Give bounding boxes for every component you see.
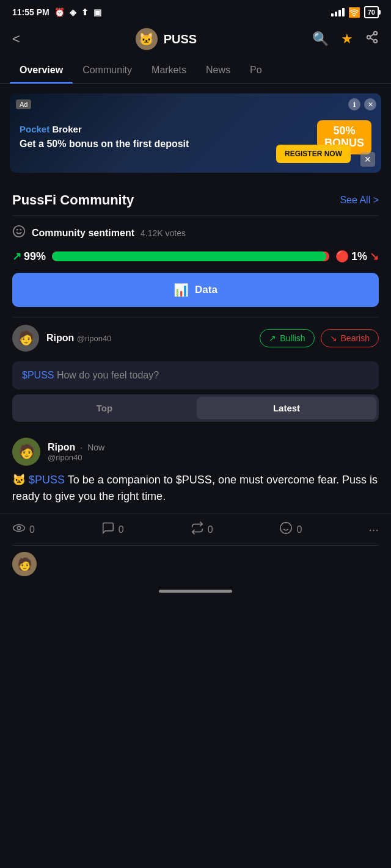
nav-tabs: Overview Community Markets News Po: [0, 57, 391, 84]
search-icon[interactable]: 🔍: [312, 31, 329, 47]
bullish-percentage: ↗ 99%: [12, 250, 46, 263]
bearish-icon: 🔴: [335, 250, 349, 263]
comments-action[interactable]: 0: [101, 521, 124, 538]
svg-point-8: [17, 526, 21, 530]
favorite-icon[interactable]: ★: [341, 31, 353, 47]
post-actions: ↗ Bullish ↘ Bearish: [260, 329, 379, 347]
post-author: Ripon · Now: [48, 442, 379, 453]
ad-text: Pocket Pocket BrokerBroker Get a 50% bon…: [20, 124, 310, 151]
ad-close-top-button[interactable]: ✕: [364, 98, 376, 110]
votes-count: 4.12K votes: [141, 228, 186, 238]
sentiment-bar-row: ↗ 99% 🔴 1% ↘: [0, 247, 391, 270]
svg-point-7: [13, 525, 24, 532]
post-input-right: Ripon @ripon40 ↗ Bullish ↘ Bearish: [46, 329, 379, 347]
ad-info-button[interactable]: ℹ: [348, 98, 360, 110]
post-header: 🧑 Ripon · Now @ripon40: [12, 438, 379, 466]
ad-close-button[interactable]: ✕: [360, 152, 375, 167]
post-username: Ripon: [46, 333, 74, 343]
reaction-icon: [279, 521, 293, 538]
coin-title: PUSS: [164, 32, 197, 46]
upload-icon: ⬆: [81, 7, 89, 17]
user-avatar: 🧑: [12, 325, 39, 352]
bullish-arrow-icon: ↗: [269, 333, 276, 343]
svg-line-4: [370, 34, 374, 37]
bullish-bar-fill: [52, 251, 326, 261]
reaction-action[interactable]: 0: [279, 521, 302, 538]
peek-avatar: 🧑: [12, 552, 37, 576]
tab-news[interactable]: News: [196, 57, 240, 83]
community-title: PussFi Community: [12, 192, 134, 208]
tab-po[interactable]: Po: [240, 57, 272, 83]
post-handle: @ripon40: [77, 334, 112, 343]
back-button[interactable]: <: [12, 31, 20, 47]
post-input-row: 🧑 Ripon @ripon40 ↗ Bullish ↘ Bearish: [0, 317, 391, 359]
bullish-button[interactable]: ↗ Bullish: [260, 329, 314, 347]
post-time: ·: [80, 443, 82, 452]
status-bar: 11:55 PM ⏰ ◈ ⬆ ▣ 🛜 70: [0, 0, 391, 22]
post-meta: Ripon · Now @ripon40: [48, 442, 379, 462]
bearish-arrow-icon: ↘: [330, 333, 337, 343]
status-time: 11:55 PM: [12, 7, 49, 17]
sentiment-progress-bar: [52, 251, 329, 261]
community-section-header: PussFi Community See All >: [0, 183, 391, 215]
top-tab[interactable]: Top: [15, 397, 194, 419]
bearish-button[interactable]: ↘ Bearish: [321, 329, 379, 347]
post-ticker-link[interactable]: $PUSS: [29, 474, 65, 486]
retweet-icon: [191, 521, 204, 538]
sort-toggle: Top Latest: [12, 394, 379, 422]
ad-register-button[interactable]: REGISTER NOW: [276, 145, 351, 163]
post-cat-emoji: 🐱: [12, 474, 26, 486]
post-body: 🐱 $PUSS To be a companion to $PUSS, one …: [12, 472, 379, 505]
ticker-mention: $PUSS: [22, 370, 54, 380]
chart-icon: 📊: [174, 283, 189, 297]
bearish-percentage: 🔴 1% ↘: [335, 250, 379, 263]
nfc-icon: ◈: [70, 7, 76, 17]
ad-banner: Ad ℹ ✕ Pocket Pocket BrokerBroker Get a …: [10, 93, 381, 173]
tab-markets[interactable]: Markets: [142, 57, 196, 83]
data-button[interactable]: 📊 Data: [12, 273, 379, 307]
ad-label: Ad: [16, 99, 31, 109]
see-all-button[interactable]: See All >: [340, 195, 379, 206]
post-avatar: 🧑: [12, 438, 40, 466]
retweet-action[interactable]: 0: [191, 521, 213, 538]
battery-indicator: 70: [364, 6, 379, 18]
ad-controls: ℹ ✕: [348, 98, 376, 110]
comment-icon: [101, 521, 115, 538]
coin-avatar: 🐱: [136, 28, 158, 50]
latest-tab[interactable]: Latest: [197, 397, 376, 419]
svg-line-3: [370, 38, 374, 40]
ad-brand: Pocket Pocket BrokerBroker: [20, 124, 310, 134]
views-icon: [12, 521, 26, 538]
down-arrow-icon: ↘: [370, 250, 379, 263]
home-bar: [159, 590, 232, 593]
home-indicator: [0, 582, 391, 598]
wifi-icon: 🛜: [348, 7, 360, 18]
up-arrow-icon: ↗: [12, 250, 21, 263]
post-input-field[interactable]: $PUSS How do you feel today?: [12, 361, 379, 389]
app-header: < 🐱 PUSS 🔍 ★: [0, 22, 391, 57]
sentiment-icon: [12, 225, 26, 241]
sentiment-row: Community sentiment 4.12K votes: [0, 216, 391, 247]
next-post-peek: 🧑: [0, 546, 391, 582]
more-options-button[interactable]: ···: [368, 523, 379, 537]
tab-community[interactable]: Community: [73, 57, 142, 83]
screenshot-icon: ▣: [93, 7, 101, 17]
post-footer: 0 0 0 0: [0, 513, 391, 545]
alarm-icon: ⏰: [54, 7, 65, 17]
svg-point-9: [280, 523, 291, 533]
post-item: 🧑 Ripon · Now @ripon40 🐱 $PUSS To be a c…: [0, 429, 391, 513]
tab-overview[interactable]: Overview: [10, 57, 73, 83]
sentiment-label: Community sentiment: [32, 228, 134, 239]
post-handle-text: @ripon40: [48, 453, 379, 462]
signal-icon: [331, 8, 345, 16]
ad-description: Get a 50% bonus on the first deposit: [20, 138, 310, 151]
views-action[interactable]: 0: [12, 521, 35, 538]
share-icon[interactable]: [365, 31, 379, 48]
